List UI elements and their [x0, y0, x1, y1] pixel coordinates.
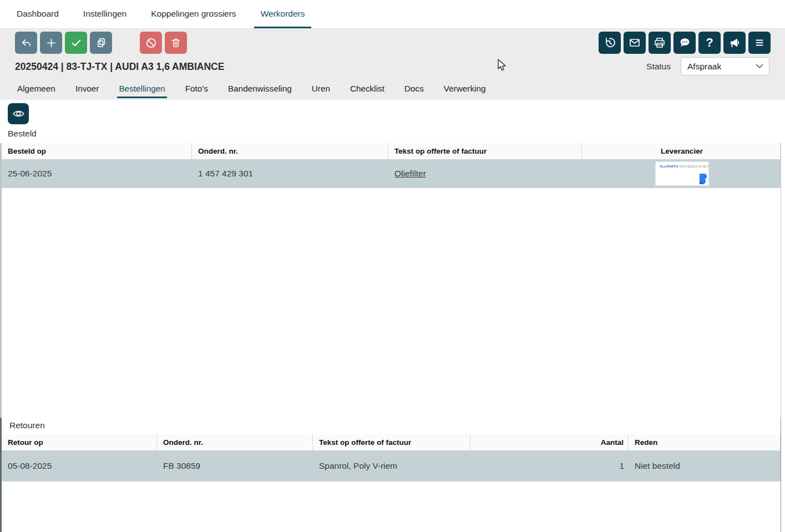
eye-icon — [12, 107, 26, 121]
confirm-button[interactable] — [65, 32, 87, 54]
help-button[interactable]: ? — [698, 32, 721, 54]
supplier-brand: ALLPARTS — [660, 165, 678, 168]
supplier-subtitle: KRUITBOSCH & DE WEERD — [679, 165, 709, 168]
cell-tekst: Spanrol, Poly V-riem — [313, 461, 470, 471]
cell-retour-op: 05-08-2025 — [2, 461, 157, 471]
tab-invoer[interactable]: Invoer — [74, 81, 101, 98]
column-header-retour-op[interactable]: Retour op — [2, 434, 157, 450]
hamburger-icon — [753, 36, 766, 49]
delete-button[interactable] — [165, 32, 187, 54]
history-icon — [603, 36, 616, 49]
menu-button[interactable] — [748, 32, 771, 54]
tab-uren[interactable]: Uren — [310, 81, 332, 98]
retouren-table-row[interactable]: 05-08-2025 FB 30859 Spanrol, Poly V-riem… — [2, 450, 781, 482]
status-value: Afspraak — [687, 62, 721, 72]
app-window: Dashboard Instellingen Koppelingen gross… — [0, 0, 785, 532]
besteld-section-label: Besteld — [8, 129, 37, 139]
werkorder-tabs: Algemeen Invoer Bestellingen Foto's Band… — [16, 81, 488, 98]
toolbar-left — [15, 32, 112, 54]
column-header-aantal[interactable]: Aantal — [470, 434, 629, 450]
page-title: 20250424 | 83-TJ-TX | AUDI A3 1,6 AMBIAN… — [15, 61, 224, 73]
retouren-table-header: Retour op Onderd. nr. Tekst op offerte o… — [2, 434, 781, 450]
besteld-table-empty-area — [2, 188, 781, 418]
nav-item-werkorders[interactable]: Werkorders — [254, 0, 312, 28]
add-button[interactable] — [40, 32, 62, 54]
megaphone-icon — [728, 36, 741, 49]
status-group: Status Afspraak — [646, 57, 769, 75]
undo-button[interactable] — [15, 32, 37, 54]
column-header-tekst[interactable]: Tekst op offerte of factuur — [313, 434, 470, 450]
retouren-panel: Retouren Retour op Onderd. nr. Tekst op … — [0, 418, 781, 532]
check-icon — [70, 37, 83, 49]
column-header-leverancier[interactable]: Leverancier — [582, 143, 781, 159]
toolbar-right: ? — [599, 32, 771, 54]
oliefilter-link[interactable]: Oliefilter — [394, 169, 426, 178]
toolbar-danger — [140, 32, 187, 54]
printer-icon — [653, 36, 666, 49]
question-icon: ? — [706, 36, 713, 50]
besteld-table: Besteld op Onderd. nr. Tekst op offerte … — [0, 143, 781, 418]
tab-verwerking[interactable]: Verwerking — [442, 81, 488, 98]
chat-button[interactable] — [673, 32, 696, 54]
status-label: Status — [646, 62, 671, 72]
supplier-logo[interactable]: ALLPARTS KRUITBOSCH & DE WEERD — [655, 161, 709, 186]
tab-algemeen[interactable]: Algemeen — [16, 81, 57, 98]
copy-button[interactable] — [90, 32, 112, 54]
cell-besteld-op: 25-06-2025 — [2, 169, 192, 179]
header-zone: ? 20250424 | 83-TJ-TX | AUDI A3 1,6 AMBI… — [0, 29, 785, 100]
nav-item-instellingen[interactable]: Instellingen — [77, 0, 133, 28]
column-header-onderd-nr[interactable]: Onderd. nr. — [192, 143, 388, 159]
chat-icon — [678, 36, 691, 49]
cell-tekst: Oliefilter — [388, 169, 582, 179]
cell-onderd-nr: FB 30859 — [157, 461, 313, 471]
supplier-logo-text: ALLPARTS KRUITBOSCH & DE WEERD — [656, 162, 708, 168]
cell-onderd-nr: 1 457 429 301 — [192, 169, 388, 179]
undo-icon — [20, 37, 33, 49]
tab-bestellingen[interactable]: Bestellingen — [117, 81, 166, 98]
retouren-table-empty-area — [2, 482, 781, 532]
column-header-besteld-op[interactable]: Besteld op — [2, 143, 192, 159]
besteld-table-header: Besteld op Onderd. nr. Tekst op offerte … — [2, 143, 781, 159]
nav-item-dashboard[interactable]: Dashboard — [10, 0, 65, 28]
retouren-section-label: Retouren — [9, 420, 45, 430]
column-header-onderd-nr[interactable]: Onderd. nr. — [157, 434, 313, 450]
cancel-icon — [145, 37, 158, 49]
cell-leverancier: ALLPARTS KRUITBOSCH & DE WEERD — [582, 161, 781, 186]
announcements-button[interactable] — [723, 32, 746, 54]
cell-aantal: 1 — [470, 461, 629, 471]
chevron-down-icon — [756, 64, 763, 69]
cancel-button[interactable] — [140, 32, 162, 54]
tab-checklist[interactable]: Checklist — [348, 81, 386, 98]
view-button[interactable] — [8, 103, 29, 124]
copy-icon — [95, 37, 108, 49]
mail-icon — [628, 36, 641, 49]
nav-item-koppelingen-grossiers[interactable]: Koppelingen grossiers — [144, 0, 242, 28]
tab-bandenwisseling[interactable]: Bandenwisseling — [226, 81, 293, 98]
tab-docs[interactable]: Docs — [403, 81, 426, 98]
cell-reden: Niet besteld — [629, 461, 781, 471]
column-header-reden[interactable]: Reden — [629, 434, 781, 450]
email-button[interactable] — [624, 32, 646, 54]
supplier-b-mark-icon — [699, 174, 707, 184]
column-header-tekst[interactable]: Tekst op offerte of factuur — [388, 143, 582, 159]
trash-icon — [170, 37, 182, 49]
history-button[interactable] — [599, 32, 621, 54]
bestellingen-content: Besteld Besteld op Onderd. nr. Tekst op … — [0, 100, 785, 532]
status-select[interactable]: Afspraak — [681, 57, 769, 75]
tab-fotos[interactable]: Foto's — [184, 81, 210, 98]
plus-icon — [45, 37, 58, 49]
print-button[interactable] — [649, 32, 671, 54]
main-nav: Dashboard Instellingen Koppelingen gross… — [0, 0, 785, 29]
besteld-table-row[interactable]: 25-06-2025 1 457 429 301 Oliefilter ALLP… — [2, 159, 781, 188]
